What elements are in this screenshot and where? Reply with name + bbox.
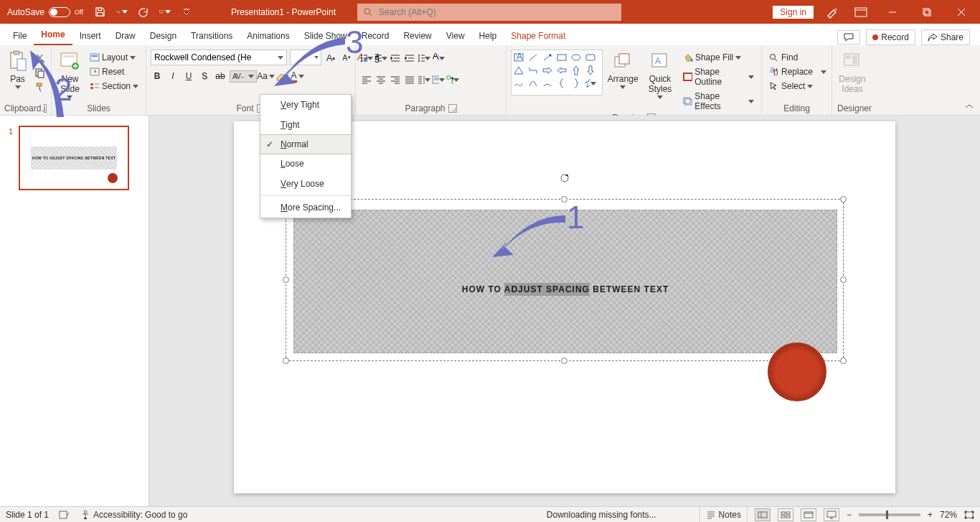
- spacing-more[interactable]: More Spacing...: [260, 197, 351, 218]
- spacing-tight[interactable]: Tight: [260, 115, 351, 135]
- search-box[interactable]: [357, 4, 621, 21]
- italic-button[interactable]: I: [166, 70, 179, 83]
- slide-counter[interactable]: Slide 1 of 1: [6, 510, 49, 520]
- font-name-combo[interactable]: Rockwell Condensed (He: [151, 50, 287, 65]
- font-color-button[interactable]: A: [291, 70, 304, 83]
- spacing-very-loose[interactable]: Very Loose: [260, 174, 351, 194]
- autosave-toggle-group[interactable]: AutoSave Off: [0, 7, 90, 17]
- resize-handle[interactable]: [561, 196, 567, 202]
- layout-button[interactable]: Layout: [87, 51, 141, 64]
- accessibility-status[interactable]: Accessibility: Good to go: [80, 510, 187, 520]
- freeform-icon[interactable]: [513, 78, 524, 89]
- strikethrough-button[interactable]: ab: [214, 70, 227, 83]
- clipboard-launcher[interactable]: [44, 104, 47, 113]
- maximize-button[interactable]: [914, 0, 940, 24]
- decrease-indent-icon[interactable]: [389, 52, 402, 65]
- collapse-ribbon-icon[interactable]: [964, 103, 974, 111]
- reading-view-button[interactable]: [801, 508, 816, 521]
- smartart-icon[interactable]: [446, 73, 459, 86]
- tab-shape-format[interactable]: Shape Format: [504, 27, 573, 45]
- down-arrow-icon[interactable]: [585, 65, 596, 76]
- font-size-combo[interactable]: [290, 50, 321, 65]
- notes-button[interactable]: Notes: [699, 507, 748, 523]
- signin-button[interactable]: Sign in: [773, 6, 814, 19]
- arc-icon[interactable]: [542, 78, 553, 89]
- shape-fill-button[interactable]: Shape Fill: [680, 51, 757, 64]
- normal-view-button[interactable]: [755, 508, 771, 521]
- tab-record[interactable]: Record: [354, 27, 397, 45]
- shapes-gallery[interactable]: A: [511, 50, 603, 95]
- section-button[interactable]: Section: [87, 80, 141, 93]
- tab-draw[interactable]: Draw: [108, 27, 143, 45]
- comments-button[interactable]: [837, 30, 860, 45]
- record-button[interactable]: Record: [866, 29, 915, 45]
- title-text[interactable]: HOW TO ADJUST SPACING BETWEEN TEXT: [462, 264, 669, 299]
- tab-design[interactable]: Design: [143, 27, 184, 45]
- columns-icon[interactable]: [418, 73, 430, 86]
- resize-handle[interactable]: [283, 358, 289, 364]
- textbox-shape-icon[interactable]: A: [513, 52, 524, 63]
- tab-animations[interactable]: Animations: [240, 27, 296, 45]
- redo-icon[interactable]: [138, 6, 149, 18]
- autosave-toggle[interactable]: [49, 7, 70, 17]
- tab-review[interactable]: Review: [396, 27, 438, 45]
- share-button[interactable]: Share: [921, 29, 970, 45]
- slideshow-view-button[interactable]: [824, 508, 839, 521]
- rectangle-shape-icon[interactable]: [556, 52, 567, 63]
- up-arrow-icon[interactable]: [570, 65, 582, 76]
- numbering-button[interactable]: 123: [374, 52, 387, 65]
- select-button[interactable]: Select: [766, 80, 816, 93]
- line-shape-icon[interactable]: [527, 52, 539, 63]
- tab-insert[interactable]: Insert: [72, 27, 108, 45]
- spacing-loose[interactable]: Loose: [260, 154, 351, 174]
- replace-button[interactable]: abReplace: [766, 65, 829, 78]
- design-ideas-button[interactable]: Design Ideas: [837, 50, 868, 94]
- tab-help[interactable]: Help: [472, 27, 504, 45]
- shape-outline-button[interactable]: Shape Outline: [680, 65, 757, 88]
- find-button[interactable]: Find: [766, 51, 801, 64]
- bold-button[interactable]: B: [151, 70, 164, 83]
- zoom-level[interactable]: 72%: [940, 510, 957, 520]
- cut-icon[interactable]: [34, 52, 47, 65]
- spell-check-icon[interactable]: [59, 510, 70, 520]
- new-slide-button[interactable]: New Slide: [56, 50, 84, 99]
- decrease-font-icon[interactable]: A▾: [340, 51, 353, 64]
- paste-button[interactable]: Pas: [4, 50, 31, 89]
- ink-icon[interactable]: [822, 2, 842, 22]
- tab-transitions[interactable]: Transitions: [184, 27, 240, 45]
- sorter-view-button[interactable]: [778, 508, 793, 521]
- justify-icon[interactable]: [403, 73, 416, 86]
- connector-icon[interactable]: [527, 65, 539, 76]
- close-button[interactable]: [948, 0, 974, 24]
- bullets-button[interactable]: [360, 52, 373, 65]
- zoom-out-button[interactable]: −: [847, 510, 852, 520]
- change-case-button[interactable]: Aa: [260, 70, 273, 83]
- rounded-rect-icon[interactable]: [585, 52, 596, 63]
- star-shape-icon[interactable]: [585, 78, 596, 89]
- arrow-line-icon[interactable]: [542, 52, 553, 63]
- title-textbox[interactable]: HOW TO ADJUST SPACING BETWEEN TEXT: [286, 199, 844, 361]
- left-arrow-icon[interactable]: [556, 65, 567, 76]
- format-painter-icon[interactable]: [34, 81, 47, 94]
- search-input[interactable]: [379, 7, 616, 17]
- wax-seal-graphic[interactable]: [768, 342, 826, 401]
- oval-shape-icon[interactable]: [570, 52, 582, 63]
- triangle-shape-icon[interactable]: [513, 65, 524, 76]
- textbox-content[interactable]: HOW TO ADJUST SPACING BETWEEN TEXT: [293, 210, 837, 353]
- copy-icon[interactable]: [34, 67, 47, 80]
- align-center-icon[interactable]: [374, 73, 387, 86]
- resize-handle[interactable]: [840, 276, 847, 283]
- zoom-in-button[interactable]: +: [928, 510, 933, 520]
- arrange-button[interactable]: Arrange: [606, 50, 640, 89]
- increase-font-icon[interactable]: A▴: [324, 51, 337, 64]
- minimize-button[interactable]: [880, 0, 905, 24]
- tab-slideshow[interactable]: Slide Show: [297, 27, 354, 45]
- quick-styles-button[interactable]: A Quick Styles: [643, 50, 677, 99]
- character-spacing-button[interactable]: AV↔: [230, 70, 257, 83]
- brace-left-icon[interactable]: [556, 78, 567, 89]
- shadow-button[interactable]: S: [198, 70, 211, 83]
- resize-handle[interactable]: [840, 358, 847, 364]
- resize-handle[interactable]: [840, 196, 847, 202]
- save-icon[interactable]: [95, 6, 106, 18]
- slide-thumbnail-1[interactable]: HOW TO ADJUST SPACING BETWEEN TEXT: [19, 126, 129, 190]
